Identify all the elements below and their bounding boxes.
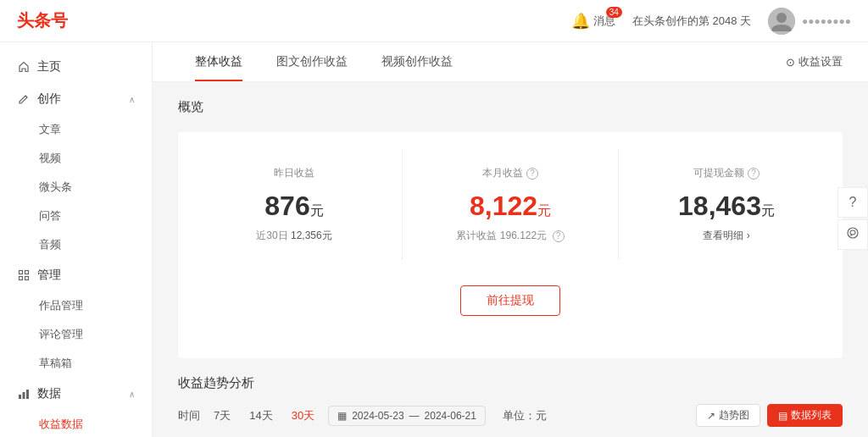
management-section-left: 管理 xyxy=(17,268,61,283)
monthly-value: 8,122元 xyxy=(420,191,601,222)
trend-title: 收益趋势分析 xyxy=(178,375,843,391)
tab-overall[interactable]: 整体收益 xyxy=(178,42,259,81)
yesterday-sub: 近30日 12,356元 xyxy=(203,229,385,243)
sidebar: 主页 创作 ∧ 文章 视频 微头条 问答 音频 管理 xyxy=(0,42,153,437)
overview-title: 概览 xyxy=(178,99,843,115)
view-buttons: ↗ 趋势图 ▤ 数据列表 xyxy=(696,404,843,427)
sidebar-item-comments[interactable]: 评论管理 xyxy=(0,320,152,349)
unit-label: 单位：元 xyxy=(503,408,547,423)
creation-section-left: 创作 xyxy=(17,91,61,107)
data-icon xyxy=(17,387,31,401)
settings-icon: ⊙ xyxy=(786,56,795,69)
settings-link[interactable]: ⊙ 收益设置 xyxy=(786,54,843,69)
tab-graphic[interactable]: 图文创作收益 xyxy=(259,42,364,81)
trend-chart-btn[interactable]: ↗ 趋势图 xyxy=(696,404,760,427)
help-button[interactable]: ? xyxy=(837,187,868,218)
monthly-info-icon[interactable]: ? xyxy=(526,168,538,180)
sidebar-item-micropost[interactable]: 微头条 xyxy=(0,173,152,202)
edit-icon xyxy=(17,92,31,106)
svg-point-1 xyxy=(776,13,787,23)
time-btn-30[interactable]: 30天 xyxy=(287,407,320,425)
table-view-btn[interactable]: ▤ 数据列表 xyxy=(767,404,843,427)
yesterday-label: 昨日收益 xyxy=(203,166,385,180)
overview-cards-container: 昨日收益 876元 近30日 12,356元 本月收益 ? xyxy=(178,132,843,358)
help-icon: ? xyxy=(849,195,857,210)
sidebar-item-works[interactable]: 作品管理 xyxy=(0,291,152,320)
sidebar-item-video[interactable]: 视频 xyxy=(0,144,152,173)
float-buttons: ? xyxy=(837,187,868,250)
time-btn-7[interactable]: 7天 xyxy=(209,407,236,425)
date-start: 2024-05-23 xyxy=(352,410,403,422)
avatar-area[interactable]: ●●●●●●●● xyxy=(768,8,851,35)
svg-rect-2 xyxy=(19,271,23,274)
date-separator: — xyxy=(409,410,420,422)
sidebar-item-revenue[interactable]: 收益数据 xyxy=(0,410,152,437)
feedback-icon xyxy=(846,226,860,243)
sidebar-item-drafts[interactable]: 草稿箱 xyxy=(0,349,152,378)
withdrawable-label: 可提现金额 ? xyxy=(636,166,817,180)
creation-sub-items: 文章 视频 微头条 问答 音频 xyxy=(0,115,152,259)
bell-icon: 🔔 xyxy=(571,12,590,30)
table-icon: ▤ xyxy=(778,410,787,422)
header-right: 🔔 消息 34 在头条创作的第 2048 天 ●●●●●●●● xyxy=(571,8,851,35)
withdrawable-sub: 查看明细 › xyxy=(636,229,817,243)
calendar-icon: ▦ xyxy=(337,410,347,422)
withdrawable-info-icon[interactable]: ? xyxy=(748,168,760,180)
main-content: 整体收益 图文创作收益 视频创作收益 ⊙ 收益设置 概览 xyxy=(153,42,868,437)
tabs: 整体收益 图文创作收益 视频创作收益 ⊙ 收益设置 xyxy=(153,42,868,82)
chevron-up-icon: ∧ xyxy=(129,95,135,104)
sidebar-item-qa[interactable]: 问答 xyxy=(0,202,152,230)
trend-controls: 时间 7天 14天 30天 ▦ 2024-05-23 — 2024-06-21 … xyxy=(178,404,843,427)
time-btn-14[interactable]: 14天 xyxy=(244,407,277,425)
tab-video[interactable]: 视频创作收益 xyxy=(364,42,470,81)
sidebar-item-home[interactable]: 主页 xyxy=(0,51,152,83)
trend-chart-label: 趋势图 xyxy=(719,408,749,423)
settings-label: 收益设置 xyxy=(798,54,843,69)
notification-badge: 34 xyxy=(606,7,622,18)
data-sub-items: 收益数据 xyxy=(0,410,152,437)
withdraw-button[interactable]: 前往提现 xyxy=(460,285,560,316)
creation-label: 创作 xyxy=(37,91,61,107)
sidebar-section-creation[interactable]: 创作 ∧ xyxy=(0,83,152,115)
trend-section: 收益趋势分析 时间 7天 14天 30天 ▦ 2024-05-23 — 2024… xyxy=(178,375,843,427)
withdrawable-value: 18,463元 xyxy=(636,191,817,222)
sidebar-section-management[interactable]: 管理 xyxy=(0,259,152,291)
layout: 主页 创作 ∧ 文章 视频 微头条 问答 音频 管理 xyxy=(0,42,868,437)
sidebar-item-article[interactable]: 文章 xyxy=(0,115,152,144)
sidebar-home-label: 主页 xyxy=(37,59,61,75)
management-sub-items: 作品管理 评论管理 草稿箱 xyxy=(0,291,152,378)
home-icon xyxy=(17,60,31,74)
overview-cards: 昨日收益 876元 近30日 12,356元 本月收益 ? xyxy=(186,149,834,260)
yesterday-value: 876元 xyxy=(203,191,385,222)
avatar xyxy=(768,8,795,35)
days-text: 在头条创作的第 2048 天 xyxy=(632,14,751,29)
chevron-up-icon-data: ∧ xyxy=(129,390,135,399)
withdrawable-card: 可提现金额 ? 18,463元 查看明细 › xyxy=(618,149,834,260)
trend-chart-icon: ↗ xyxy=(707,410,715,422)
svg-rect-7 xyxy=(23,392,25,399)
sidebar-section-data[interactable]: 数据 ∧ xyxy=(0,378,152,410)
username: ●●●●●●●● xyxy=(802,15,851,27)
withdraw-area: 前往提现 xyxy=(186,285,834,316)
svg-rect-8 xyxy=(26,390,29,399)
tabs-left: 整体收益 图文创作收益 视频创作收益 xyxy=(178,42,470,81)
notification-bell[interactable]: 🔔 消息 34 xyxy=(571,12,615,30)
svg-point-9 xyxy=(848,228,858,238)
time-label: 时间 xyxy=(178,408,200,423)
sidebar-item-audio[interactable]: 音频 xyxy=(0,230,152,259)
cumulative-info-icon[interactable]: ? xyxy=(553,230,565,242)
monthly-sub: 累计收益 196.122元 ? xyxy=(420,229,601,243)
svg-rect-6 xyxy=(19,395,21,399)
view-detail-link[interactable]: 查看明细 › xyxy=(703,230,749,241)
data-label: 数据 xyxy=(37,386,61,401)
svg-rect-5 xyxy=(25,277,29,280)
header: 头条号 🔔 消息 34 在头条创作的第 2048 天 ●●●●●●●● xyxy=(0,0,868,42)
feedback-button[interactable] xyxy=(837,219,868,250)
data-section-left: 数据 xyxy=(17,386,61,401)
monthly-card: 本月收益 ? 8,122元 累计收益 196.122元 ? xyxy=(402,149,618,260)
management-label: 管理 xyxy=(37,268,61,283)
table-view-label: 数据列表 xyxy=(791,408,832,423)
date-end: 2024-06-21 xyxy=(425,410,476,422)
date-range-picker[interactable]: ▦ 2024-05-23 — 2024-06-21 xyxy=(328,406,486,426)
logo: 头条号 xyxy=(17,9,68,32)
